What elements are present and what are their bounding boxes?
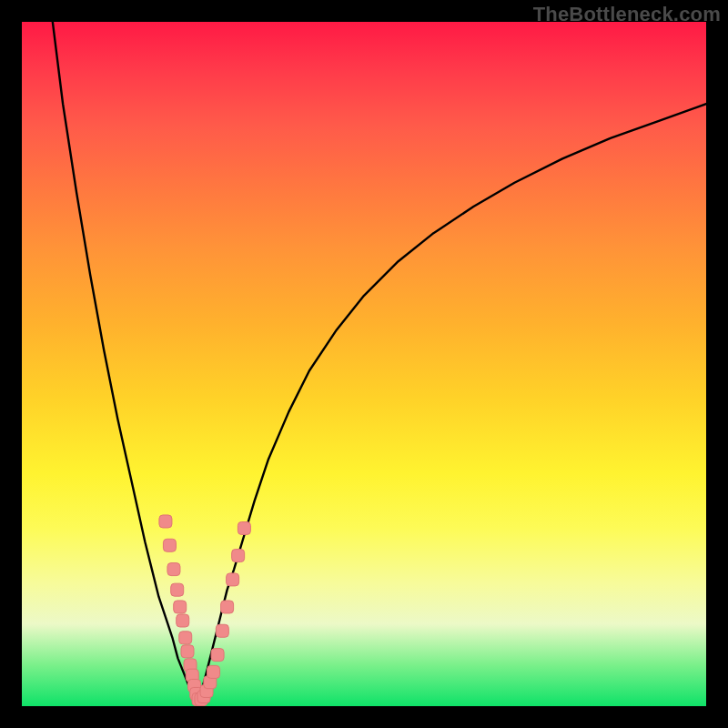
marker-point [171,583,184,596]
marker-point [179,632,192,644]
plot-area [22,22,706,706]
marker-point [174,601,187,613]
marker-point [216,624,228,637]
curve-right-branch [197,104,706,703]
marker-point [211,649,224,662]
marker-point [238,521,250,534]
chart-svg [22,22,706,706]
marker-point [207,665,220,678]
marker-point [227,573,239,586]
marker-point [163,539,176,551]
marker-point [181,645,194,658]
marker-point [159,515,172,528]
chart-frame: TheBottleneck.com [0,0,728,728]
marker-point [232,550,245,562]
marker-point [177,614,189,627]
marker-group [159,515,250,706]
marker-point [221,601,234,613]
marker-point [167,563,180,576]
